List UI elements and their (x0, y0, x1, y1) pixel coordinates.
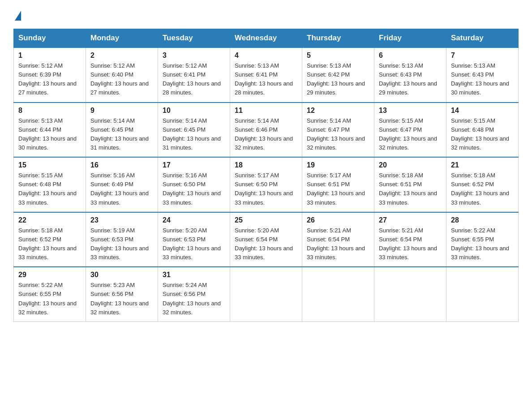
day-info: Sunrise: 5:20 AMSunset: 6:54 PMDaylight:… (235, 227, 293, 261)
day-number: 1 (18, 51, 81, 60)
calendar-cell: 23 Sunrise: 5:19 AMSunset: 6:53 PMDaylig… (86, 212, 158, 267)
page-header (13, 9, 519, 21)
day-info: Sunrise: 5:21 AMSunset: 6:54 PMDaylight:… (307, 227, 365, 261)
calendar-cell: 18 Sunrise: 5:17 AMSunset: 6:50 PMDaylig… (230, 157, 302, 212)
day-number: 7 (451, 51, 514, 60)
day-info: Sunrise: 5:13 AMSunset: 6:44 PMDaylight:… (18, 117, 77, 151)
day-info: Sunrise: 5:22 AMSunset: 6:55 PMDaylight:… (451, 227, 509, 261)
calendar-cell: 26 Sunrise: 5:21 AMSunset: 6:54 PMDaylig… (302, 212, 374, 267)
calendar-cell (230, 267, 302, 321)
day-info: Sunrise: 5:15 AMSunset: 6:47 PMDaylight:… (379, 117, 437, 151)
calendar-week-row: 15 Sunrise: 5:15 AMSunset: 6:48 PMDaylig… (14, 157, 519, 212)
calendar-cell: 22 Sunrise: 5:18 AMSunset: 6:52 PMDaylig… (14, 212, 86, 267)
calendar-cell: 8 Sunrise: 5:13 AMSunset: 6:44 PMDayligh… (14, 103, 86, 158)
column-header-saturday: Saturday (446, 29, 519, 48)
calendar-cell: 31 Sunrise: 5:24 AMSunset: 6:56 PMDaylig… (158, 267, 230, 321)
day-info: Sunrise: 5:19 AMSunset: 6:53 PMDaylight:… (90, 227, 149, 261)
day-number: 10 (163, 107, 225, 115)
day-info: Sunrise: 5:12 AMSunset: 6:41 PMDaylight:… (163, 62, 221, 96)
day-number: 25 (235, 216, 297, 224)
calendar-week-row: 1 Sunrise: 5:12 AMSunset: 6:39 PMDayligh… (14, 47, 519, 103)
calendar-cell: 7 Sunrise: 5:13 AMSunset: 6:43 PMDayligh… (446, 47, 519, 103)
day-info: Sunrise: 5:13 AMSunset: 6:41 PMDaylight:… (235, 62, 293, 96)
calendar-cell (446, 267, 519, 321)
calendar-cell: 25 Sunrise: 5:20 AMSunset: 6:54 PMDaylig… (230, 212, 302, 267)
day-info: Sunrise: 5:24 AMSunset: 6:56 PMDaylight:… (163, 282, 221, 315)
calendar-cell: 6 Sunrise: 5:13 AMSunset: 6:43 PMDayligh… (374, 47, 446, 103)
day-number: 6 (379, 51, 442, 60)
day-number: 16 (90, 161, 153, 169)
day-info: Sunrise: 5:14 AMSunset: 6:46 PMDaylight:… (235, 117, 293, 151)
column-header-sunday: Sunday (14, 29, 86, 48)
day-number: 29 (18, 271, 81, 279)
day-number: 31 (163, 271, 225, 279)
day-number: 9 (90, 107, 153, 115)
calendar-cell: 28 Sunrise: 5:22 AMSunset: 6:55 PMDaylig… (446, 212, 519, 267)
day-info: Sunrise: 5:12 AMSunset: 6:39 PMDaylight:… (18, 62, 77, 96)
day-info: Sunrise: 5:21 AMSunset: 6:54 PMDaylight:… (379, 227, 437, 261)
day-info: Sunrise: 5:14 AMSunset: 6:45 PMDaylight:… (163, 117, 221, 151)
day-info: Sunrise: 5:17 AMSunset: 6:51 PMDaylight:… (307, 172, 365, 206)
day-number: 28 (451, 216, 514, 224)
day-number: 8 (18, 107, 81, 115)
day-info: Sunrise: 5:14 AMSunset: 6:47 PMDaylight:… (307, 117, 365, 151)
column-header-wednesday: Wednesday (230, 29, 302, 48)
day-info: Sunrise: 5:15 AMSunset: 6:48 PMDaylight:… (451, 117, 509, 151)
calendar-header-row: SundayMondayTuesdayWednesdayThursdayFrid… (14, 29, 519, 48)
calendar-cell: 15 Sunrise: 5:15 AMSunset: 6:48 PMDaylig… (14, 157, 86, 212)
day-number: 20 (379, 161, 442, 169)
column-header-friday: Friday (374, 29, 446, 48)
logo (13, 9, 21, 21)
column-header-thursday: Thursday (302, 29, 374, 48)
day-info: Sunrise: 5:18 AMSunset: 6:51 PMDaylight:… (379, 172, 437, 206)
day-number: 19 (307, 161, 369, 169)
column-header-tuesday: Tuesday (158, 29, 230, 48)
calendar-week-row: 22 Sunrise: 5:18 AMSunset: 6:52 PMDaylig… (14, 212, 519, 267)
day-number: 11 (235, 107, 297, 115)
day-number: 24 (163, 216, 225, 224)
calendar-cell: 4 Sunrise: 5:13 AMSunset: 6:41 PMDayligh… (230, 47, 302, 103)
calendar-cell: 29 Sunrise: 5:22 AMSunset: 6:55 PMDaylig… (14, 267, 86, 321)
calendar-cell: 11 Sunrise: 5:14 AMSunset: 6:46 PMDaylig… (230, 103, 302, 158)
calendar-cell (374, 267, 446, 321)
calendar-cell: 27 Sunrise: 5:21 AMSunset: 6:54 PMDaylig… (374, 212, 446, 267)
day-info: Sunrise: 5:23 AMSunset: 6:56 PMDaylight:… (90, 282, 149, 315)
calendar-cell: 1 Sunrise: 5:12 AMSunset: 6:39 PMDayligh… (14, 47, 86, 103)
day-info: Sunrise: 5:17 AMSunset: 6:50 PMDaylight:… (235, 172, 293, 206)
calendar-cell: 20 Sunrise: 5:18 AMSunset: 6:51 PMDaylig… (374, 157, 446, 212)
day-number: 22 (18, 216, 81, 224)
day-number: 15 (18, 161, 81, 169)
day-info: Sunrise: 5:22 AMSunset: 6:55 PMDaylight:… (18, 282, 77, 315)
day-number: 4 (235, 51, 297, 60)
day-info: Sunrise: 5:15 AMSunset: 6:48 PMDaylight:… (18, 172, 77, 206)
day-number: 23 (90, 216, 153, 224)
calendar-cell: 16 Sunrise: 5:16 AMSunset: 6:49 PMDaylig… (86, 157, 158, 212)
calendar-cell: 13 Sunrise: 5:15 AMSunset: 6:47 PMDaylig… (374, 103, 446, 158)
day-info: Sunrise: 5:20 AMSunset: 6:53 PMDaylight:… (163, 227, 221, 261)
day-info: Sunrise: 5:14 AMSunset: 6:45 PMDaylight:… (90, 117, 149, 151)
logo-triangle-icon (15, 11, 21, 21)
day-info: Sunrise: 5:13 AMSunset: 6:42 PMDaylight:… (307, 62, 365, 96)
day-info: Sunrise: 5:18 AMSunset: 6:52 PMDaylight:… (18, 227, 77, 261)
day-number: 3 (163, 51, 225, 60)
day-number: 2 (90, 51, 153, 60)
calendar-cell: 10 Sunrise: 5:14 AMSunset: 6:45 PMDaylig… (158, 103, 230, 158)
day-number: 21 (451, 161, 514, 169)
calendar-cell: 30 Sunrise: 5:23 AMSunset: 6:56 PMDaylig… (86, 267, 158, 321)
calendar-cell: 17 Sunrise: 5:16 AMSunset: 6:50 PMDaylig… (158, 157, 230, 212)
calendar-cell: 21 Sunrise: 5:18 AMSunset: 6:52 PMDaylig… (446, 157, 519, 212)
calendar-cell: 5 Sunrise: 5:13 AMSunset: 6:42 PMDayligh… (302, 47, 374, 103)
day-number: 5 (307, 51, 369, 60)
day-number: 17 (163, 161, 225, 169)
day-info: Sunrise: 5:13 AMSunset: 6:43 PMDaylight:… (379, 62, 437, 96)
day-number: 14 (451, 107, 514, 115)
day-info: Sunrise: 5:13 AMSunset: 6:43 PMDaylight:… (451, 62, 509, 96)
column-header-monday: Monday (86, 29, 158, 48)
day-info: Sunrise: 5:18 AMSunset: 6:52 PMDaylight:… (451, 172, 509, 206)
calendar-cell: 9 Sunrise: 5:14 AMSunset: 6:45 PMDayligh… (86, 103, 158, 158)
day-number: 27 (379, 216, 442, 224)
day-number: 12 (307, 107, 369, 115)
calendar-table: SundayMondayTuesdayWednesdayThursdayFrid… (13, 29, 519, 322)
day-info: Sunrise: 5:16 AMSunset: 6:50 PMDaylight:… (163, 172, 221, 206)
day-number: 30 (90, 271, 153, 279)
